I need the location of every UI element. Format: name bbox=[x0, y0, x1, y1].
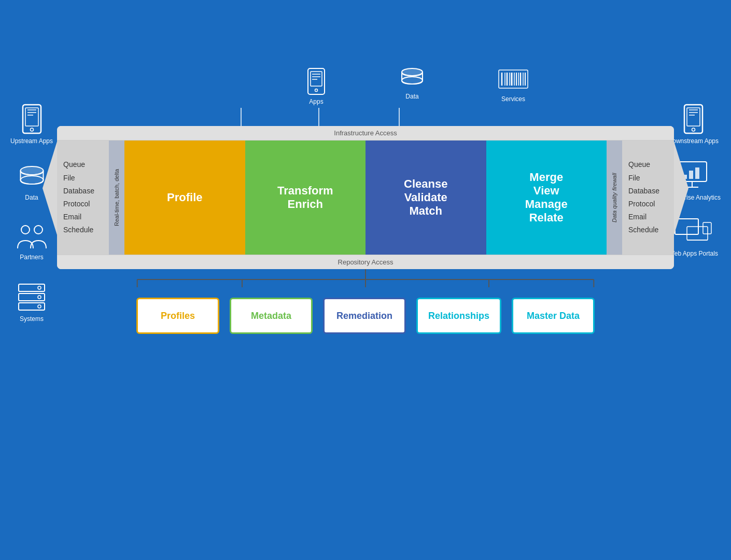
right-queue-col: QueueFileDatabaseProtocolEmailSchedule bbox=[622, 141, 674, 255]
upstream-apps-icon-block: Upstream Apps bbox=[10, 104, 53, 145]
profile-label: Profile bbox=[167, 191, 202, 204]
top-data-icon bbox=[399, 67, 425, 91]
cleanse-block: CleanseValidateMatch bbox=[366, 141, 486, 255]
cleanse-label: CleanseValidateMatch bbox=[404, 177, 447, 218]
svg-rect-33 bbox=[311, 72, 322, 86]
pipeline-right-arrow bbox=[674, 142, 688, 235]
transform-block: TransformEnrich bbox=[245, 141, 366, 255]
transform-label: TransformEnrich bbox=[277, 184, 333, 211]
process-blocks: Profile TransformEnrich CleanseValidateM… bbox=[124, 141, 607, 255]
web-apps-label: Web Apps Portals bbox=[669, 250, 718, 257]
downstream-apps-icon bbox=[682, 104, 705, 135]
pipeline-row: QueueFileDatabaseProtocolEmailSchedule R… bbox=[57, 141, 674, 255]
remediation-box: Remediation bbox=[323, 298, 406, 334]
pipeline-container: Infrastructure Access QueueFileDatabaseP… bbox=[57, 126, 674, 269]
top-connector-lines bbox=[57, 108, 674, 126]
top-icons-row: Apps Data bbox=[306, 67, 529, 105]
data-left-icon-block: Data bbox=[18, 165, 46, 201]
partners-label: Partners bbox=[20, 254, 43, 261]
top-apps-icon bbox=[306, 67, 327, 96]
left-rotated-band: Real-time, batch, delta bbox=[109, 141, 124, 255]
repo-connector-svg bbox=[57, 269, 674, 287]
profiles-box: Profiles bbox=[136, 298, 219, 334]
relationships-box-label: Relationships bbox=[428, 311, 489, 321]
merge-label: MergeViewManageRelate bbox=[525, 171, 568, 225]
systems-label: Systems bbox=[20, 315, 44, 323]
svg-rect-31 bbox=[703, 222, 711, 234]
master-data-box: Master Data bbox=[512, 298, 595, 334]
pipeline-left-arrow bbox=[43, 142, 57, 235]
svg-point-9 bbox=[34, 226, 43, 234]
downstream-apps-icon-block: Downstream Apps bbox=[668, 104, 719, 145]
top-data-label: Data bbox=[405, 93, 418, 100]
merge-block: MergeViewManageRelate bbox=[486, 141, 607, 255]
top-data-block: Data bbox=[399, 67, 425, 105]
svg-rect-17 bbox=[687, 108, 700, 126]
svg-point-15 bbox=[38, 305, 41, 308]
infra-access-label: Infrastructure Access bbox=[334, 129, 397, 137]
left-band-label: Real-time, batch, delta bbox=[114, 169, 120, 226]
svg-rect-24 bbox=[689, 171, 693, 179]
svg-rect-29 bbox=[687, 227, 708, 240]
data-left-label: Data bbox=[25, 194, 38, 201]
main-diagram: Apps Data bbox=[57, 67, 674, 334]
svg-point-8 bbox=[21, 226, 30, 234]
svg-rect-25 bbox=[695, 167, 699, 179]
systems-icon-block: Systems bbox=[16, 282, 47, 323]
right-queue-label: QueueFileDatabaseProtocolEmailSchedule bbox=[628, 158, 668, 236]
svg-point-13 bbox=[38, 296, 41, 299]
left-queue-col: QueueFileDatabaseProtocolEmailSchedule bbox=[57, 141, 109, 255]
top-services-icon bbox=[498, 67, 529, 93]
top-services-label: Services bbox=[501, 95, 525, 103]
svg-point-18 bbox=[692, 128, 695, 131]
top-apps-label: Apps bbox=[309, 98, 323, 105]
systems-icon bbox=[16, 282, 47, 313]
relationships-box: Relationships bbox=[416, 298, 501, 334]
data-left-icon bbox=[18, 165, 46, 191]
repo-boxes-row: Profiles Metadata Remediation Relationsh… bbox=[136, 298, 595, 334]
right-band-label: Data quality firewall bbox=[611, 173, 617, 222]
right-rotated-band: Data quality firewall bbox=[607, 141, 622, 255]
profiles-box-label: Profiles bbox=[161, 311, 195, 321]
upstream-apps-icon bbox=[20, 104, 44, 135]
profile-block: Profile bbox=[124, 141, 245, 255]
infra-access-bar: Infrastructure Access bbox=[57, 126, 674, 141]
remediation-box-label: Remediation bbox=[336, 311, 392, 321]
metadata-box-label: Metadata bbox=[251, 311, 291, 321]
metadata-box: Metadata bbox=[230, 298, 313, 334]
svg-point-2 bbox=[30, 128, 33, 131]
top-apps-block: Apps bbox=[306, 67, 327, 105]
svg-point-11 bbox=[38, 286, 41, 289]
left-queue-label: QueueFileDatabaseProtocolEmailSchedule bbox=[63, 158, 103, 236]
svg-rect-1 bbox=[25, 108, 38, 126]
repo-access-bar: Repository Access bbox=[57, 255, 674, 269]
master-data-box-label: Master Data bbox=[527, 311, 580, 321]
top-services-block: Services bbox=[498, 67, 529, 105]
repo-access-label: Repository Access bbox=[338, 258, 393, 266]
svg-point-34 bbox=[315, 89, 318, 92]
